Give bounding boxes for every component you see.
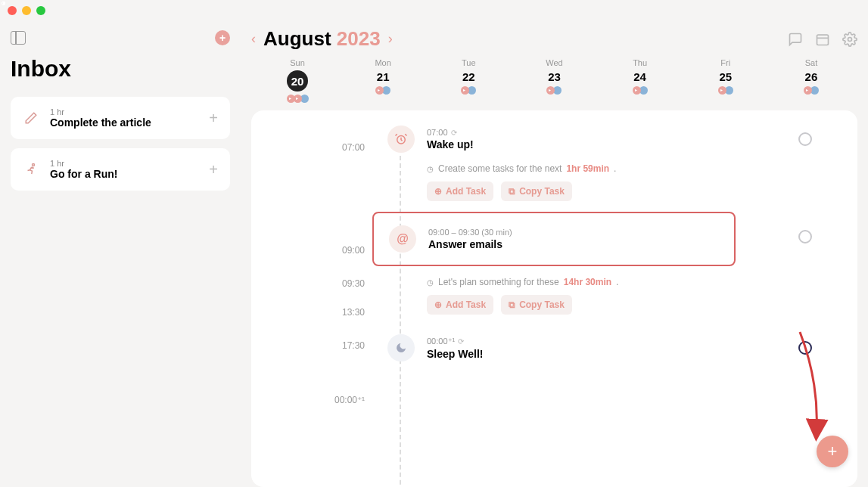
minimize-window-button[interactable] <box>22 6 31 15</box>
inbox-card[interactable]: 1 hr Complete the article + <box>11 97 230 139</box>
day-indicators <box>804 86 819 95</box>
day-number: 26 <box>805 70 818 83</box>
time-label: 09:30 <box>342 278 365 289</box>
inbox-item-duration: 1 hr <box>50 107 198 116</box>
copy-task-button[interactable]: ⧉Copy Task <box>501 181 572 201</box>
inbox-item-title: Complete the article <box>50 116 198 129</box>
email-at-icon: @ <box>389 225 416 253</box>
task-title: Wake up! <box>427 138 786 150</box>
day-indicators <box>461 86 476 95</box>
day-indicators <box>375 86 390 95</box>
inbox-item-title: Go for a Run! <box>50 168 198 180</box>
inbox-title: Inbox <box>11 56 230 82</box>
plus-circle-icon: ⊕ <box>434 299 442 310</box>
gap-text: ◷ Create some tasks for the next 1hr 59m… <box>427 163 812 174</box>
inbox-card[interactable]: 1 hr Go for a Run! + <box>11 148 230 191</box>
plus-circle-icon: ⊕ <box>434 186 442 197</box>
maximize-window-button[interactable] <box>36 6 45 15</box>
timeline-gap: ◷ Create some tasks for the next 1hr 59m… <box>427 163 812 201</box>
day-number: 25 <box>719 70 732 83</box>
task-time: 09:00 – 09:30 (30 min) <box>428 228 728 237</box>
run-icon <box>23 161 39 178</box>
week-row: Sun 20 Mon 21 Tue 22 Wed 23 Thu 24 <box>251 58 857 110</box>
timeline-line <box>400 156 401 487</box>
day-column[interactable]: Sun 20 <box>256 58 339 103</box>
day-abbr: Mon <box>375 58 390 67</box>
day-column[interactable]: Fri 25 <box>684 58 767 103</box>
pencil-icon <box>23 110 39 126</box>
clock-icon: ◷ <box>427 278 434 287</box>
complete-task-toggle[interactable] <box>798 132 812 146</box>
svg-point-3 <box>848 37 852 41</box>
next-week-button[interactable]: › <box>388 31 393 47</box>
day-indicators <box>287 95 309 103</box>
add-task-button[interactable]: ⊕Add Task <box>427 295 493 315</box>
task-time: 00:00⁺¹ ⟳ <box>427 337 786 346</box>
timeline-panel: 07:00 09:00 09:30 13:30 17:30 00:00⁺¹ <box>251 110 857 487</box>
day-indicators <box>546 86 562 95</box>
main-panel: ‹ August 2023 › Sun <box>241 23 868 487</box>
gap-prefix: Create some tasks for the next <box>438 163 562 174</box>
day-abbr: Wed <box>546 58 562 67</box>
day-column[interactable]: Tue 22 <box>427 58 510 103</box>
day-number: 23 <box>548 70 561 83</box>
day-abbr: Sun <box>290 58 305 67</box>
prev-week-button[interactable]: ‹ <box>251 31 256 47</box>
close-window-button[interactable] <box>8 6 17 15</box>
task-block-sleep[interactable]: 00:00⁺¹ ⟳ Sleep Well! <box>387 334 812 361</box>
day-number: 22 <box>462 70 475 83</box>
add-task-fab[interactable]: + <box>817 436 848 467</box>
gap-suffix: . <box>616 277 618 287</box>
copy-task-button[interactable]: ⧉Copy Task <box>501 295 572 315</box>
day-abbr: Fri <box>720 58 730 67</box>
add-inbox-item-button[interactable]: + <box>215 30 230 45</box>
copy-icon: ⧉ <box>509 186 515 197</box>
time-label: 17:30 <box>342 340 365 351</box>
complete-task-toggle[interactable] <box>798 230 812 244</box>
add-task-button[interactable]: ⊕Add Task <box>427 181 493 201</box>
gap-text: ◷ Let's plan something for these 14hr 30… <box>427 277 812 287</box>
schedule-inbox-item-button[interactable]: + <box>209 110 218 127</box>
moon-icon <box>387 334 415 361</box>
window-controls <box>8 6 45 15</box>
timeline-gap: ◷ Let's plan something for these 14hr 30… <box>427 277 812 315</box>
alarm-icon <box>387 126 415 153</box>
clock-icon: ◷ <box>427 165 434 173</box>
day-number: 20 <box>287 70 308 92</box>
day-abbr: Tue <box>462 58 476 67</box>
task-block-wakeup[interactable]: 07:00 ⟳ Wake up! <box>387 126 812 153</box>
day-number: 24 <box>633 70 646 83</box>
time-label: 00:00⁺¹ <box>334 395 365 405</box>
day-indicators <box>633 86 648 95</box>
task-block-emails[interactable]: @ 09:00 – 09:30 (30 min) Answer emails <box>387 212 812 266</box>
sidebar: + Inbox 1 hr Complete the article + 1 hr… <box>0 23 241 487</box>
toggle-sidebar-icon[interactable] <box>11 31 26 45</box>
day-abbr: Sat <box>805 58 818 67</box>
chat-icon[interactable] <box>788 32 803 47</box>
day-abbr: Thu <box>633 58 647 67</box>
gap-duration: 1hr 59min <box>566 163 609 174</box>
settings-gear-icon[interactable] <box>842 32 857 47</box>
schedule-inbox-item-button[interactable]: + <box>209 161 218 178</box>
year-label: 2023 <box>337 27 381 50</box>
complete-task-toggle[interactable] <box>798 341 812 355</box>
time-label: 09:00 <box>342 245 365 256</box>
repeat-icon: ⟳ <box>458 337 464 346</box>
day-number: 21 <box>377 70 390 83</box>
svg-rect-1 <box>817 35 829 45</box>
day-column[interactable]: Wed 23 <box>512 58 596 103</box>
repeat-icon: ⟳ <box>451 129 457 137</box>
time-label: 13:30 <box>342 307 365 318</box>
day-column[interactable]: Thu 24 <box>599 58 682 103</box>
task-time: 07:00 ⟳ <box>427 128 786 137</box>
day-column[interactable]: Sat 26 <box>770 58 853 103</box>
day-column[interactable]: Mon 21 <box>341 58 425 103</box>
calendar-icon[interactable] <box>815 32 830 47</box>
task-title: Sleep Well! <box>427 348 786 360</box>
month-label: August <box>263 27 331 50</box>
gap-prefix: Let's plan something for these <box>438 277 559 287</box>
month-title: August 2023 <box>263 27 381 51</box>
task-title: Answer emails <box>428 238 728 250</box>
time-label: 07:00 <box>342 142 365 153</box>
gap-suffix: . <box>614 163 616 174</box>
